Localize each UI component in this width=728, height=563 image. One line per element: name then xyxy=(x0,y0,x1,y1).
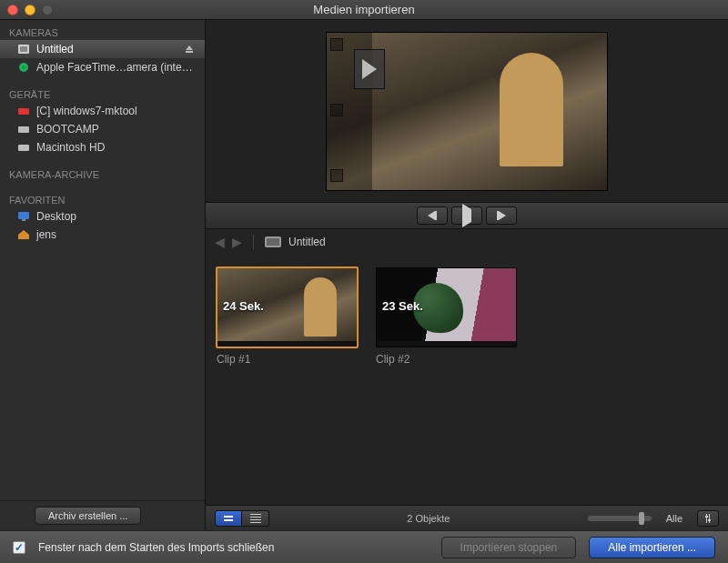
filmstrip-icon xyxy=(222,514,235,523)
stop-import-button[interactable]: Importieren stoppen xyxy=(441,537,577,558)
play-button[interactable] xyxy=(451,206,482,225)
camera-icon xyxy=(16,61,31,74)
footer: Fenster nach dem Starten des Imports sch… xyxy=(0,530,728,563)
clip-item[interactable]: 24 Sek. Clip #1 xyxy=(217,267,358,366)
titlebar: Medien importieren xyxy=(0,0,728,20)
sidebar-header-favoriten: FAVORITEN xyxy=(0,189,205,207)
sidebar-item-label: [C] windows7-mktool xyxy=(36,105,196,117)
preview-play-overlay-icon[interactable] xyxy=(354,49,385,89)
sidebar-item-facetime[interactable]: Apple FaceTime…amera (integriert) xyxy=(0,58,205,76)
clip-thumbnail[interactable]: 23 Sek. xyxy=(376,267,517,347)
svg-rect-5 xyxy=(18,108,29,115)
svg-rect-11 xyxy=(709,514,710,523)
nav-forward-icon[interactable]: ▶ xyxy=(232,235,242,249)
browser-toolbar: 2 Objekte Alle xyxy=(206,505,728,530)
desktop-icon xyxy=(16,210,31,223)
sidebar-header-kameras: Kameras xyxy=(0,22,205,40)
preview-frame[interactable] xyxy=(326,32,608,191)
sidebar-item-windows7[interactable]: [C] windows7-mktool xyxy=(0,102,205,120)
close-after-import-label: Fenster nach dem Starten des Imports sch… xyxy=(38,541,274,554)
create-archive-button[interactable]: Archiv erstellen ... xyxy=(35,507,141,525)
sidebar-item-label: Apple FaceTime…amera (integriert) xyxy=(36,61,196,74)
list-view-button[interactable] xyxy=(242,510,269,527)
eject-icon[interactable] xyxy=(185,45,196,54)
sidebar-item-jens[interactable]: jens xyxy=(0,226,205,244)
window-title: Medien importieren xyxy=(0,3,728,16)
sidebar-item-label: Untitled xyxy=(36,43,179,55)
preview-area xyxy=(206,20,728,202)
sd-card-icon xyxy=(265,236,281,247)
sidebar-item-desktop[interactable]: Desktop xyxy=(0,207,205,226)
sidebar-header-geraete: GERÄTE xyxy=(0,84,205,102)
svg-rect-12 xyxy=(705,516,708,518)
filmstrip-view-button[interactable] xyxy=(215,510,242,527)
svg-rect-7 xyxy=(18,145,29,151)
sidebar-item-bootcamp[interactable]: BOOTCAMP xyxy=(0,120,205,138)
svg-point-4 xyxy=(22,65,25,69)
view-mode-toggle xyxy=(215,510,269,527)
sidebar-header-archive: Kamera-Archive xyxy=(0,164,205,182)
clip-item[interactable]: 23 Sek. Clip #2 xyxy=(376,267,517,366)
sliders-icon xyxy=(703,513,713,524)
clip-label: Clip #1 xyxy=(217,353,358,366)
sidebar-item-label: BOOTCAMP xyxy=(36,123,196,136)
clip-thumbnail[interactable]: 24 Sek. xyxy=(217,267,358,347)
zoom-label: Alle xyxy=(666,513,682,524)
clip-duration: 23 Sek. xyxy=(382,299,423,313)
drive-icon xyxy=(16,123,31,136)
svg-rect-10 xyxy=(706,514,707,523)
sidebar-item-label: Macintosh HD xyxy=(36,141,196,154)
breadcrumb: ◀ ▶ Untitled xyxy=(206,229,728,255)
prev-clip-button[interactable] xyxy=(417,206,448,225)
home-icon xyxy=(16,228,31,241)
svg-rect-1 xyxy=(20,46,27,52)
settings-button[interactable] xyxy=(697,510,719,527)
archive-button-row: Archiv erstellen ... xyxy=(0,500,205,530)
zoom-slider[interactable] xyxy=(588,516,652,521)
sd-card-icon xyxy=(16,43,31,55)
clip-label: Clip #2 xyxy=(376,353,517,366)
svg-rect-13 xyxy=(708,519,711,521)
svg-rect-2 xyxy=(186,51,193,53)
next-clip-button[interactable] xyxy=(486,206,517,225)
sidebar-item-label: Desktop xyxy=(36,210,196,223)
sidebar-item-macintosh-hd[interactable]: Macintosh HD xyxy=(0,138,205,156)
sidebar-item-untitled[interactable]: Untitled xyxy=(0,40,205,58)
clip-browser: 24 Sek. Clip #1 23 Sek. Clip #2 xyxy=(206,255,728,505)
svg-rect-6 xyxy=(18,126,29,133)
sidebar: Kameras Untitled Apple FaceTime…amera (i… xyxy=(0,20,206,530)
drive-icon xyxy=(16,141,31,154)
svg-rect-8 xyxy=(18,212,29,219)
breadcrumb-title: Untitled xyxy=(288,236,326,248)
transport-controls xyxy=(206,202,728,229)
svg-rect-9 xyxy=(22,219,25,221)
drive-icon xyxy=(16,105,31,117)
nav-back-icon[interactable]: ◀ xyxy=(215,235,225,249)
import-all-button[interactable]: Alle importieren ... xyxy=(589,537,715,558)
close-after-import-checkbox[interactable] xyxy=(13,541,25,554)
clip-duration: 24 Sek. xyxy=(223,299,264,313)
object-count: 2 Objekte xyxy=(278,513,579,524)
sidebar-item-label: jens xyxy=(36,228,196,241)
list-icon xyxy=(250,514,261,523)
